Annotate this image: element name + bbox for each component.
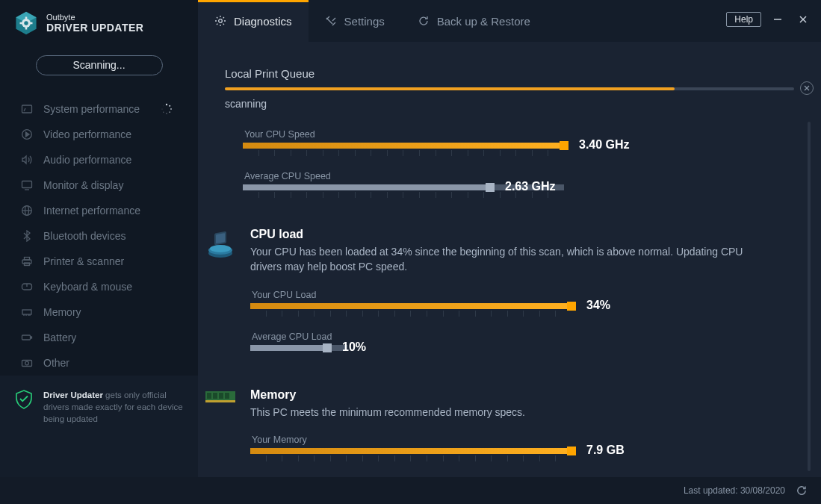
- sidebar-nav: System performance Video performance Aud…: [0, 93, 198, 376]
- metric-value: 3.40 GHz: [579, 138, 630, 152]
- svg-point-18: [163, 111, 164, 112]
- svg-rect-9: [20, 22, 22, 25]
- sidebar-item-monitor-display[interactable]: Monitor & display: [0, 172, 198, 198]
- tab-diagnostics[interactable]: Diagnostics: [198, 0, 309, 42]
- svg-rect-7: [25, 17, 28, 19]
- svg-point-6: [24, 21, 28, 25]
- scan-progress-area: Local Print Queue scanning: [198, 42, 821, 116]
- scan-progress-fill: [225, 87, 675, 90]
- scan-progress-bar: [225, 87, 794, 90]
- loading-spinner-icon: [161, 103, 173, 115]
- svg-rect-49: [216, 233, 225, 243]
- svg-line-12: [24, 108, 25, 111]
- svg-marker-22: [26, 132, 30, 137]
- svg-rect-38: [22, 335, 31, 340]
- speaker-icon: [21, 154, 33, 166]
- monitor-icon: [21, 179, 33, 191]
- svg-rect-29: [25, 257, 30, 260]
- sidebar-item-battery[interactable]: Battery: [0, 325, 198, 350]
- main-content: Diagnostics Settings Back up & Restore L…: [198, 0, 821, 477]
- svg-rect-51: [207, 393, 211, 399]
- keyboard-icon: [21, 281, 33, 293]
- brand-bottom-text: DRIVER UPDATER: [46, 22, 143, 34]
- metric-label: Your CPU Load: [252, 290, 799, 300]
- minimize-button[interactable]: [769, 10, 787, 28]
- brand-logo-icon: [13, 10, 39, 36]
- printer-icon: [21, 255, 33, 267]
- metric-cpu-speed: Your CPU Speed 3.40 GHz Average CPU Spee…: [243, 129, 799, 202]
- sidebar-item-label: Bluetooth devices: [43, 230, 126, 242]
- svg-rect-10: [30, 22, 32, 25]
- memory-icon: [21, 306, 33, 318]
- status-bar: Last updated: 30/08/2020: [0, 477, 821, 504]
- sidebar-item-label: Keyboard & mouse: [43, 281, 132, 293]
- sidebar-item-other[interactable]: Other: [0, 350, 198, 376]
- window-controls: Help: [717, 0, 821, 39]
- metric-value: 34%: [586, 299, 610, 312]
- sidebar-item-bluetooth-devices[interactable]: Bluetooth devices: [0, 223, 198, 249]
- scan-button[interactable]: Scanning...: [36, 55, 163, 75]
- tab-label: Diagnostics: [234, 15, 292, 28]
- sidebar-item-audio-performance[interactable]: Audio performance: [0, 147, 198, 172]
- last-updated-text: Last updated: 30/08/2020: [684, 485, 785, 496]
- svg-rect-23: [22, 181, 32, 187]
- sidebar-item-keyboard-mouse[interactable]: Keyboard & mouse: [0, 274, 198, 299]
- sidebar-item-system-performance[interactable]: System performance: [0, 96, 198, 122]
- metric-label: Your Memory: [252, 435, 799, 445]
- tab-label: Settings: [344, 15, 385, 28]
- sidebar-item-label: Printer & scanner: [43, 255, 124, 267]
- tab-backup-restore[interactable]: Back up & Restore: [401, 0, 547, 42]
- scrollbar[interactable]: [808, 122, 811, 471]
- sidebar-item-label: Battery: [43, 332, 76, 343]
- sidebar-item-label: Audio performance: [43, 154, 131, 166]
- sidebar-item-label: Other: [43, 357, 69, 369]
- tab-settings[interactable]: Settings: [309, 0, 401, 42]
- sidebar-item-printer-scanner[interactable]: Printer & scanner: [0, 249, 198, 274]
- sliders-icon: [325, 15, 337, 27]
- close-button[interactable]: [794, 10, 812, 28]
- sidebar-item-memory[interactable]: Memory: [0, 299, 198, 325]
- gear-icon: [214, 15, 226, 27]
- brand-top-text: Outbyte: [46, 13, 143, 22]
- bar-your-memory: 7.9 GB: [250, 448, 799, 466]
- bar-avg-cpu-speed: 2.63 GHz: [243, 184, 799, 202]
- brand: Outbyte DRIVER UPDATER: [0, 0, 198, 43]
- refresh-button[interactable]: [796, 485, 808, 497]
- tab-label: Back up & Restore: [437, 15, 530, 28]
- scan-title: Local Print Queue: [225, 67, 794, 80]
- svg-point-47: [210, 245, 231, 252]
- metric-value: 10%: [342, 340, 366, 354]
- svg-point-17: [166, 113, 167, 114]
- battery-icon: [21, 332, 33, 343]
- svg-point-41: [25, 361, 29, 365]
- metrics-content: Your CPU Speed 3.40 GHz Average CPU Spee…: [198, 116, 821, 477]
- svg-rect-52: [213, 393, 217, 399]
- svg-rect-33: [22, 310, 31, 314]
- sidebar-item-label: Video performance: [43, 128, 131, 140]
- ram-stick-icon: [204, 390, 237, 423]
- metric-value: 7.9 GB: [586, 444, 625, 457]
- section-memory: Memory This PC meets the minimum recomme…: [243, 388, 799, 477]
- scan-status-text: scanning: [225, 98, 794, 110]
- sidebar-item-internet-performance[interactable]: Internet performance: [0, 198, 198, 223]
- svg-point-13: [166, 104, 167, 105]
- svg-rect-39: [31, 337, 32, 338]
- sidebar: Outbyte DRIVER UPDATER Scanning... Syste…: [0, 0, 198, 477]
- section-description: Your CPU has been loaded at 34% since th…: [250, 244, 758, 275]
- section-title: Memory: [250, 388, 799, 402]
- svg-point-15: [170, 108, 172, 110]
- svg-point-19: [161, 108, 162, 109]
- svg-rect-8: [25, 27, 28, 29]
- sidebar-item-video-performance[interactable]: Video performance: [0, 122, 198, 147]
- help-button[interactable]: Help: [726, 12, 761, 27]
- svg-rect-55: [205, 400, 235, 402]
- gauge-icon: [21, 103, 33, 115]
- svg-rect-53: [219, 393, 223, 399]
- metric-label: Average Memory: [252, 476, 799, 477]
- cancel-scan-button[interactable]: [800, 81, 814, 95]
- bar-your-cpu-load: 34%: [250, 303, 799, 321]
- svg-rect-54: [225, 393, 229, 399]
- globe-icon: [21, 205, 33, 217]
- sidebar-item-label: Internet performance: [43, 205, 140, 217]
- svg-rect-30: [25, 263, 30, 266]
